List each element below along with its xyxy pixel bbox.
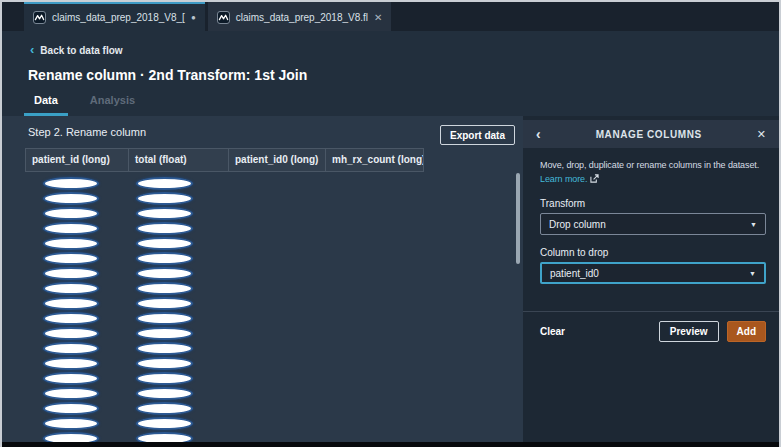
column-header-patient-id0[interactable]: patient_id0 (long) [229,149,326,171]
learn-more-link[interactable]: Learn more. [540,174,599,184]
redacted-cell-ellipse [43,432,99,442]
redacted-cell-ellipse [43,372,99,385]
redacted-cell-ellipse [43,207,99,220]
data-wrangler-flow-icon [33,11,46,24]
tab-close-icon[interactable]: ✕ [374,13,382,23]
editor-tab-label: claims_data_prep_2018_V8_[ [52,12,185,23]
data-preview-section: Step 2. Rename column Export data patien… [2,116,523,442]
add-button[interactable]: Add [727,321,766,342]
redacted-cell-ellipse [136,402,193,415]
redacted-cell-ellipse [43,402,99,415]
transform-label: Transform [540,198,766,209]
redacted-cell-ellipse [136,357,193,370]
redacted-cell-ellipse [136,252,193,265]
redacted-cell-ellipse [136,312,193,325]
redacted-cell-ellipse [136,297,193,310]
redacted-cell-ellipse [136,417,193,430]
redacted-cell-ellipse [136,372,193,385]
table-row [25,326,424,341]
page-title: Rename column · 2nd Transform: 1st Join [28,67,307,83]
redacted-cell-ellipse [43,327,99,340]
preview-button[interactable]: Preview [659,321,719,342]
app-window: claims_data_prep_2018_V8_[ ● claims_data… [0,0,781,447]
table-row [25,431,424,442]
panel-divider [523,311,779,312]
back-chevron-icon: ‹ [30,43,34,56]
redacted-cell-ellipse [136,282,193,295]
redacted-cell-ellipse [43,417,99,430]
redacted-cell-ellipse [43,297,99,310]
data-wrangler-flow-icon [217,11,230,24]
table-row [25,341,424,356]
table-header-row: patient_id (long) total (float) patient_… [25,148,424,172]
column-to-drop-label: Column to drop [540,247,766,258]
unsaved-dot-icon: ● [191,14,196,22]
export-data-button[interactable]: Export data [440,125,515,145]
column-to-drop-select[interactable]: patient_id0 ▼ [540,262,766,284]
tab-data[interactable]: Data [24,94,68,116]
column-to-drop-select-value: patient_id0 [550,268,599,279]
learn-more-label: Learn more. [540,174,587,184]
tab-analysis[interactable]: Analysis [80,94,145,116]
app-body: Step 2. Rename column Export data patien… [2,116,779,442]
redacted-cell-ellipse [43,267,99,280]
table-row [25,416,424,431]
table-row [25,281,424,296]
redacted-cell-ellipse [136,267,193,280]
table-row [25,401,424,416]
external-link-icon [590,174,599,183]
step-row: Step 2. Rename column Export data [2,116,523,148]
redacted-cell-ellipse [43,312,99,325]
panel-actions: Clear Preview Add [540,321,766,342]
editor-tab-label: claims_data_prep_2018_V8.fl [236,12,368,23]
redacted-cell-ellipse [136,177,193,190]
redacted-cell-ellipse [136,222,193,235]
back-link-label: Back to data flow [40,45,122,56]
panel-description: Move, drop, duplicate or rename columns … [540,158,766,186]
back-to-data-flow-link[interactable]: ‹ Back to data flow [30,44,123,56]
chevron-down-icon: ▼ [750,221,757,228]
redacted-cell-ellipse [43,222,99,235]
clear-button[interactable]: Clear [540,326,565,337]
table-row [25,356,424,371]
step-label: Step 2. Rename column [28,126,146,138]
redacted-cell-ellipse [136,432,193,442]
redacted-cell-ellipse [136,207,193,220]
column-header-patient-id[interactable]: patient_id (long) [26,149,129,171]
redacted-cell-ellipse [43,342,99,355]
column-header-total[interactable]: total (float) [129,149,229,171]
editor-tab-claims-data-prep[interactable]: claims_data_prep_2018_V8_[ ● [24,2,205,31]
redacted-cell-ellipse [136,237,193,250]
panel-header: ‹ MANAGE COLUMNS ✕ [523,120,779,148]
redacted-cell-ellipse [43,192,99,205]
panel-title: MANAGE COLUMNS [541,129,757,140]
transform-select-value: Drop column [549,219,606,230]
redacted-cell-ellipse [136,192,193,205]
redacted-cell-ellipse [43,252,99,265]
table-row [25,191,424,206]
column-header-mh-rx-count[interactable]: mh_rx_count (long) [326,149,423,171]
table-row [25,311,424,326]
page-tabs: Data Analysis [24,94,157,116]
table-row [25,296,424,311]
editor-tab-claims-data-prep-fl[interactable]: claims_data_prep_2018_V8.fl ✕ [208,2,392,31]
table-row [25,236,424,251]
panel-body: Move, drop, duplicate or rename columns … [540,158,766,284]
transform-select[interactable]: Drop column ▼ [540,213,766,235]
redacted-cell-ellipse [136,327,193,340]
table-body [25,172,424,442]
redacted-cell-ellipse [43,282,99,295]
panel-close-icon[interactable]: ✕ [757,129,766,140]
redacted-cell-ellipse [43,387,99,400]
table-row [25,176,424,191]
chevron-down-icon: ▼ [749,270,756,277]
table-row [25,371,424,386]
table-scrollbar-thumb[interactable] [516,173,520,264]
window-bottom-bar [2,442,779,447]
redacted-cell-ellipse [43,357,99,370]
manage-columns-panel: ‹ MANAGE COLUMNS ✕ Move, drop, duplicate… [523,116,779,442]
table-row [25,386,424,401]
page-header: ‹ Back to data flow Rename column · 2nd … [2,31,779,116]
data-table: patient_id (long) total (float) patient_… [25,148,424,442]
table-row [25,206,424,221]
